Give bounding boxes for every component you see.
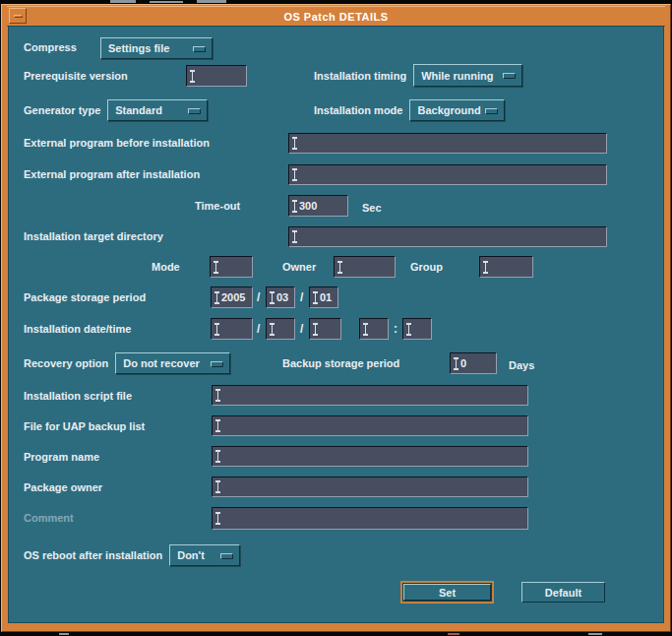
text-cursor [214, 323, 220, 336]
os-reboot-value: Don't [177, 549, 205, 561]
date-separator: / [257, 322, 260, 336]
recovery-option-value: Do not recover [123, 357, 200, 369]
background-window-remnant [588, 633, 602, 635]
text-cursor [214, 389, 221, 402]
installation-date-year-input[interactable] [211, 318, 253, 340]
compress-label: Compress [24, 41, 77, 53]
recovery-option-dropdown[interactable]: Do not recover [115, 352, 230, 374]
text-cursor [269, 323, 275, 336]
text-cursor [362, 323, 369, 336]
recovery-option-label: Recovery option [24, 357, 108, 369]
text-cursor [312, 291, 319, 304]
prerequisite-version-input[interactable] [186, 65, 247, 87]
dropdown-indicator-icon [188, 108, 201, 114]
comment-label: Comment [24, 512, 74, 524]
text-cursor [291, 168, 298, 181]
installation-time-minute-input[interactable] [402, 318, 432, 340]
installation-timing-value: While running [421, 70, 493, 82]
installation-mode-dropdown[interactable]: Background [409, 99, 505, 121]
package-storage-month-input[interactable]: 03 [266, 286, 295, 308]
window-menu-button[interactable] [9, 8, 27, 24]
compress-value: Settings file [108, 42, 169, 54]
window-title: OS Patch DETAILS [7, 11, 665, 23]
owner-input[interactable] [334, 256, 396, 278]
date-separator: / [300, 290, 303, 304]
minimize-icon [14, 15, 23, 18]
package-storage-period-label: Package storage period [24, 291, 146, 303]
backup-storage-period-unit-label: Days [509, 359, 534, 371]
dropdown-indicator-icon [220, 553, 233, 559]
generator-type-dropdown[interactable]: Standard [107, 99, 208, 121]
timeout-input[interactable]: 300 [288, 195, 348, 217]
program-name-input[interactable] [212, 446, 528, 467]
external-program-before-label: External program before installation [24, 137, 210, 149]
text-cursor [213, 261, 219, 274]
generator-type-value: Standard [115, 104, 162, 116]
group-input[interactable] [479, 256, 533, 278]
installation-datetime-label: Installation date/time [24, 323, 131, 335]
program-name-label: Program name [24, 451, 99, 463]
text-cursor [214, 291, 220, 304]
installation-mode-value: Background [417, 104, 480, 116]
comment-input[interactable] [212, 507, 528, 530]
external-program-after-label: External program after installation [24, 168, 200, 180]
package-owner-input[interactable] [212, 477, 528, 497]
dropdown-indicator-icon [503, 73, 516, 79]
background-window-remnant [448, 633, 459, 635]
installation-script-file-input[interactable] [212, 385, 528, 406]
text-cursor [214, 512, 221, 525]
text-cursor [482, 261, 489, 274]
installation-timing-dropdown[interactable]: While running [413, 64, 522, 87]
package-owner-label: Package owner [24, 481, 102, 493]
text-cursor [336, 261, 343, 274]
installation-mode-label: Installation mode [314, 104, 402, 116]
owner-label: Owner [282, 261, 316, 273]
background-window-remnant [150, 1, 183, 3]
dialog-body: Compress Settings file Prerequisite vers… [8, 26, 664, 623]
installation-target-directory-label: Installation target directory [24, 230, 163, 242]
time-separator: : [394, 322, 397, 336]
generator-type-label: Generator type [24, 104, 100, 116]
uap-backup-list-file-label: File for UAP backup list [24, 420, 145, 432]
installation-time-hour-input[interactable] [359, 318, 389, 340]
set-button[interactable]: Set [403, 584, 491, 601]
dropdown-indicator-icon [193, 46, 206, 52]
date-separator: / [257, 290, 260, 304]
dropdown-indicator-icon [485, 108, 498, 114]
text-cursor [312, 323, 319, 336]
text-cursor [214, 450, 221, 463]
external-program-after-input[interactable] [288, 164, 607, 185]
text-cursor [291, 230, 298, 243]
text-cursor [214, 419, 221, 432]
text-cursor [214, 480, 221, 493]
os-reboot-dropdown[interactable]: Don't [169, 544, 240, 566]
group-label: Group [410, 261, 443, 273]
mode-label: Mode [152, 261, 180, 273]
default-action-ring: Set [400, 581, 494, 604]
background-window-remnant [59, 633, 69, 635]
external-program-before-input[interactable] [288, 133, 607, 154]
text-cursor [269, 291, 275, 304]
compress-dropdown[interactable]: Settings file [100, 37, 213, 59]
installation-target-directory-input[interactable] [288, 226, 607, 247]
uap-backup-list-file-input[interactable] [212, 415, 528, 436]
text-cursor [453, 357, 459, 370]
dialog-window: OS Patch DETAILS Compress Settings file … [1, 4, 671, 632]
titlebar[interactable]: OS Patch DETAILS [7, 6, 665, 27]
text-cursor [189, 70, 196, 83]
installation-script-file-label: Installation script file [24, 390, 132, 402]
installation-date-day-input[interactable] [309, 318, 341, 340]
text-cursor [291, 137, 298, 150]
default-button[interactable]: Default [521, 582, 605, 603]
package-storage-year-input[interactable]: 2005 [211, 286, 253, 308]
os-reboot-label: OS reboot after installation [24, 549, 162, 561]
mode-input[interactable] [210, 256, 253, 278]
background-window-remnant [197, 0, 226, 3]
backup-storage-period-input[interactable]: 0 [450, 352, 497, 374]
installation-timing-label: Installation timing [314, 70, 406, 82]
date-separator: / [300, 322, 303, 336]
package-storage-day-input[interactable]: 01 [309, 286, 338, 308]
timeout-unit-label: Sec [362, 202, 382, 214]
dropdown-indicator-icon [211, 361, 223, 367]
installation-date-month-input[interactable] [266, 318, 295, 340]
